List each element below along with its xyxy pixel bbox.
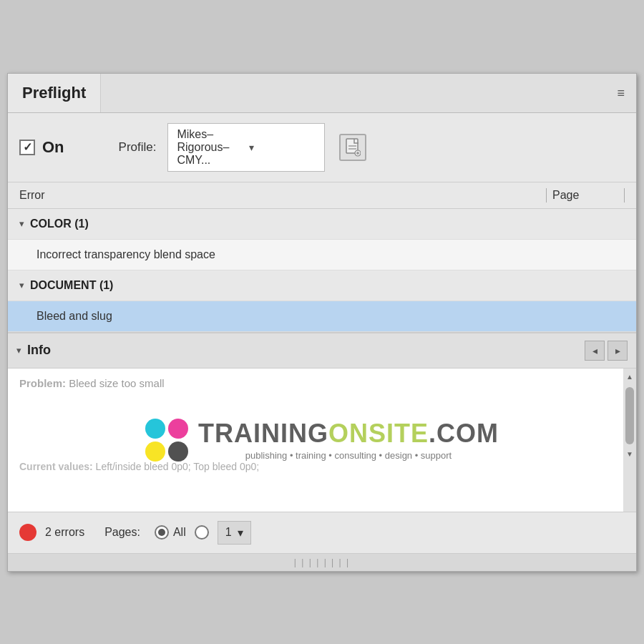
page-select[interactable]: 1 ▾ [218,521,251,545]
info-chevron-icon[interactable]: ▾ [16,345,21,356]
chevron-down-icon: ▾ [249,142,316,153]
info-text-area: Problem: Bleed size too small Current va… [8,369,636,481]
info-current-label: Current values: [19,461,93,472]
scroll-down-icon[interactable]: ▼ [624,449,635,460]
profile-dropdown[interactable]: Mikes–Rigorous–CMY... ▾ [167,123,325,172]
category-document-label: DOCUMENT (1) [30,279,113,292]
info-scrollbar[interactable]: ▲ ▼ [623,369,636,512]
col-error-header: Error [19,189,540,202]
profile-label: Profile: [119,140,157,155]
watermark-spacer [19,392,615,457]
scroll-thumb[interactable] [625,387,634,444]
on-label: On [42,138,64,157]
error-item-document-0[interactable]: Bleed and slug [8,301,636,332]
info-section: ▾ Info ◂ ▸ Problem: Bleed size too small… [8,333,636,512]
category-color[interactable]: ▾ COLOR (1) [8,209,636,240]
radio-single-outer [195,525,209,540]
drag-handle[interactable]: | | | | | | | | [8,553,636,571]
on-checkbox[interactable] [19,140,35,155]
page-select-chevron: ▾ [238,526,243,540]
info-problem-label: Problem: [19,377,66,389]
info-current: Current values: Left/inside bleed 0p0; T… [19,461,615,472]
info-content-wrapper: Problem: Bleed size too small Current va… [8,369,636,512]
radio-group: All [155,525,209,540]
info-label: Info [27,343,579,358]
col-page-header: Page [552,189,624,202]
category-color-label: COLOR (1) [30,218,89,230]
radio-all-label: All [173,526,186,539]
panel-header: Preflight ≡ [8,74,636,113]
page-select-value: 1 [225,526,232,539]
error-list: ▾ COLOR (1) Incorrect transparency blend… [8,209,636,333]
info-nav: ◂ ▸ [585,341,628,361]
profile-value: Mikes–Rigorous–CMY... [177,128,243,167]
info-nav-next[interactable]: ▸ [608,341,628,361]
chevron-down-icon: ▾ [19,218,24,229]
category-document[interactable]: ▾ DOCUMENT (1) [8,270,636,301]
radio-all-inner [158,529,165,536]
scroll-up-icon[interactable]: ▲ [624,371,635,383]
error-count: 2 errors [45,526,84,539]
info-problem: Problem: Bleed size too small [19,377,615,389]
radio-all-outer [155,525,169,540]
info-current-text: Left/inside bleed 0p0; Top bleed 0p0; [96,461,260,472]
col-divider-1 [546,188,547,203]
column-headers: Error Page [8,182,636,209]
error-item-color-0[interactable]: Incorrect transparency blend space [8,240,636,270]
toolbar-row: On Profile: Mikes–Rigorous–CMY... ▾ [8,113,636,182]
col-divider-2 [624,188,625,203]
status-bar: 2 errors Pages: All 1 ▾ [8,512,636,553]
menu-icon[interactable]: ≡ [605,77,636,109]
preflight-panel: Preflight ≡ On Profile: Mikes–Rigorous–C… [7,73,637,572]
chevron-down-icon: ▾ [19,280,24,291]
pages-label: Pages: [104,526,140,539]
info-header: ▾ Info ◂ ▸ [8,333,636,369]
info-nav-prev[interactable]: ◂ [585,341,605,361]
profile-settings-icon[interactable] [339,134,366,161]
radio-all[interactable]: All [155,525,186,540]
panel-title: Preflight [8,74,101,112]
drag-dots-icon: | | | | | | | | [294,557,350,567]
info-problem-text: Bleed size too small [69,377,164,389]
radio-single[interactable] [195,525,209,540]
error-indicator-dot [19,524,36,541]
on-checkbox-wrapper: On [19,138,64,157]
